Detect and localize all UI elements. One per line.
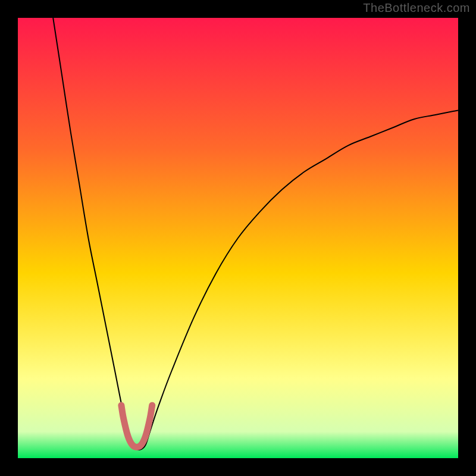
chart-frame: TheBottleneck.com (0, 0, 476, 476)
watermark-text: TheBottleneck.com (363, 1, 470, 15)
chart-svg (18, 18, 458, 458)
plot-area (18, 18, 458, 458)
